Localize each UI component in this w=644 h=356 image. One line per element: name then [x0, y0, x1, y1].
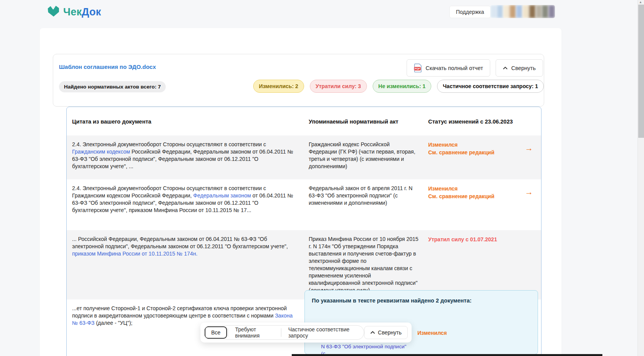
chevron-up-icon: [503, 67, 508, 70]
arrow-right-icon[interactable]: →: [525, 188, 533, 230]
support-button[interactable]: Поддержка: [449, 6, 491, 18]
status-text: Изменился: [428, 141, 514, 149]
badge-unchanged[interactable]: Не изменились: 1: [373, 80, 431, 93]
table-row: ... Российской Федерации, Федеральным за…: [67, 230, 541, 299]
quote-link[interactable]: приказом Минфина России от 10.11.2015 № …: [72, 251, 197, 257]
column-header-quote: Цитата из вашего документа: [67, 113, 306, 130]
badge-expired[interactable]: Утратили силу: 3: [310, 80, 367, 93]
quote-text: 2.4. Электронный документооборот Стороны…: [67, 179, 306, 230]
logo-heart-icon: [46, 5, 60, 19]
badge-partial[interactable]: Частичное соответствие запросу: 1: [437, 80, 544, 93]
scrollbar[interactable]: ▲: [637, 0, 644, 356]
compare-editions-link[interactable]: См. сравнение редакций: [428, 149, 514, 156]
window-edge: [292, 354, 602, 356]
table-header-row: Цитата из вашего документа Упоминаемый н…: [67, 107, 541, 135]
page: ЧекДок Поддержка Шаблон соглашения по ЭД…: [0, 0, 644, 356]
status-text: Изменился: [428, 185, 514, 192]
pdf-icon: PDF: [414, 64, 422, 72]
logo[interactable]: ЧекДок: [46, 5, 101, 19]
table-row: 2.4. Электронный документооборот Стороны…: [67, 179, 541, 230]
toolbar-collapse-button[interactable]: Свернуть: [364, 326, 408, 339]
report-filename[interactable]: Шаблон соглашения по ЭДО.docx: [59, 64, 156, 70]
column-header-status: Статус изменений с 23.06.2023: [428, 113, 541, 130]
collapse-report-button[interactable]: Свернуть: [496, 59, 543, 77]
found-documents-title: По указанным в тексте реквизитам найдено…: [312, 298, 472, 304]
logo-text: ЧекДок: [63, 6, 101, 18]
act-text: Федеральный закон от 6 апреля 2011 г. N …: [306, 179, 428, 230]
badge-changed[interactable]: Изменились: 2: [253, 80, 304, 93]
act-text: Приказ Минфина России от 10 ноября 2015 …: [306, 230, 428, 299]
chevron-up-icon: [370, 331, 375, 334]
status-text: Утратил силу с 01.07.2021: [428, 236, 514, 243]
svg-text:PDF: PDF: [415, 67, 420, 70]
quote-text: 2.4. Электронный документооборот Стороны…: [67, 135, 306, 179]
download-report-button[interactable]: PDF Скачать полный отчет: [407, 59, 490, 77]
column-header-act: Упоминаемый нормативный акт: [306, 113, 428, 130]
redacted-user-info[interactable]: [490, 5, 555, 18]
filter-attention[interactable]: Требуют внимания: [228, 325, 281, 340]
total-acts-badge: Найдено нормативных актов всего: 7: [59, 81, 166, 92]
filter-partial[interactable]: Частичное соответствие запросу: [281, 325, 364, 340]
filter-toolbar: Все Требуют внимания Частичное соответст…: [200, 323, 412, 343]
table-row: 2.4. Электронный документооборот Стороны…: [67, 135, 541, 179]
report-card: Шаблон соглашения по ЭДО.docx PDF Скачат…: [53, 54, 544, 107]
filter-group: Все Требуют внимания Частичное соответст…: [203, 325, 364, 340]
quote-link[interactable]: Федеральным законом: [193, 192, 251, 199]
scroll-up-icon[interactable]: ▲: [639, 0, 642, 4]
quote-link[interactable]: Гражданским кодексом: [72, 149, 130, 155]
act-text: Гражданский кодекс Российской Федерации …: [306, 135, 428, 179]
arrow-right-icon[interactable]: →: [525, 144, 533, 179]
compare-editions-link[interactable]: См. сравнение редакций: [428, 192, 514, 200]
found-document-status: Изменился: [417, 330, 447, 336]
filter-all[interactable]: Все: [205, 326, 227, 339]
quote-text: ... Российской Федерации, Федеральным за…: [67, 230, 306, 299]
scrollbar-thumb[interactable]: [638, 5, 644, 138]
